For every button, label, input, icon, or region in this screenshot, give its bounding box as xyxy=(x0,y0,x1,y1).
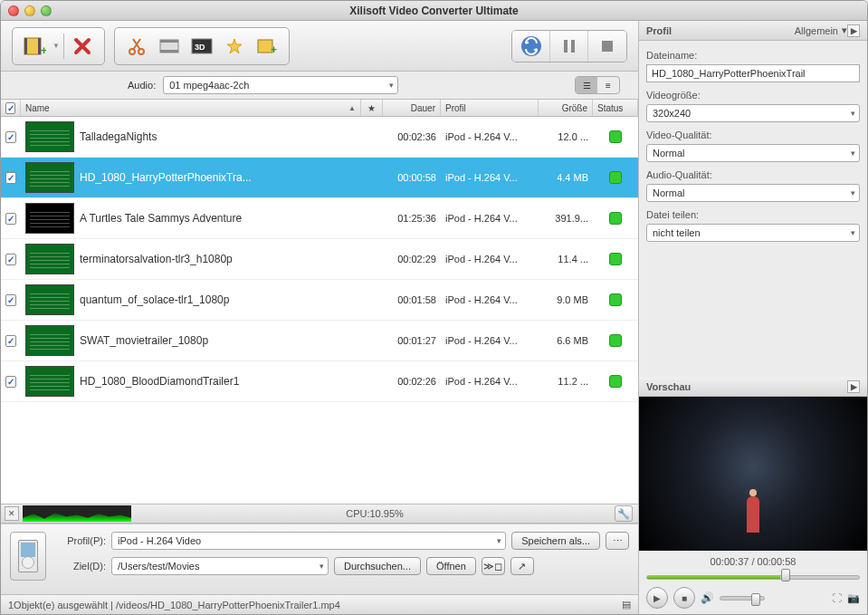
svg-point-13 xyxy=(521,36,541,56)
field-dateiname[interactable]: HD_1080_HarryPotterPhoenixTrail xyxy=(646,64,860,82)
audio-select[interactable]: 01 mpeg4aac-2ch xyxy=(163,76,398,94)
browse-button[interactable]: Durchsuchen... xyxy=(334,557,421,575)
play-button[interactable]: ▶ xyxy=(646,587,668,609)
svg-point-4 xyxy=(129,49,135,54)
row-checkbox[interactable]: ✓ xyxy=(5,335,16,347)
compact-view-button[interactable]: ≡ xyxy=(597,77,619,93)
label-videogroesse: Videogröße: xyxy=(646,90,860,101)
row-size: 391.9... xyxy=(539,213,593,224)
svg-rect-16 xyxy=(602,41,613,52)
upload-button[interactable]: ≫◻ xyxy=(482,557,505,575)
cpu-graph xyxy=(23,505,131,522)
row-duration: 00:01:58 xyxy=(383,294,441,305)
edit-button[interactable] xyxy=(155,34,184,59)
row-profile: iPod - H.264 V... xyxy=(441,131,539,142)
row-status xyxy=(609,212,622,225)
list-view-button[interactable]: ☰ xyxy=(576,77,597,93)
pause-button[interactable] xyxy=(550,31,588,62)
stop-button[interactable] xyxy=(588,31,626,62)
row-thumbnail xyxy=(25,203,74,234)
dest-select[interactable]: /Users/test/Movies xyxy=(111,557,329,575)
row-name: A Turtles Tale Sammys Adventure xyxy=(75,212,383,225)
select-videogroesse[interactable]: 320x240 xyxy=(646,104,860,122)
header-profile[interactable]: Profil xyxy=(441,100,539,116)
row-size: 9.0 MB xyxy=(539,294,593,305)
table-row[interactable]: ✓HD_1080_BloodDiamondTrailer100:02:26iPo… xyxy=(1,361,638,402)
status-text: 1Objekt(e) ausgewählt | /videos/HD_1080_… xyxy=(8,600,340,610)
snapshot-icon[interactable]: 📷 xyxy=(847,592,860,604)
table-row[interactable]: ✓A Turtles Tale Sammys Adventure01:25:36… xyxy=(1,198,638,239)
dest-label: Ziel(D): xyxy=(55,561,106,572)
row-status xyxy=(609,375,622,388)
row-duration: 00:02:29 xyxy=(383,254,441,264)
device-icon[interactable] xyxy=(10,532,46,581)
cpu-close-button[interactable]: ✕ xyxy=(5,506,19,521)
cut-button[interactable] xyxy=(122,34,151,59)
row-status xyxy=(609,334,622,347)
row-checkbox[interactable]: ✓ xyxy=(5,213,16,225)
header-check[interactable]: ✓ xyxy=(1,100,21,116)
preview-area xyxy=(639,397,867,551)
row-name: SWAT_movietrailer_1080p xyxy=(75,334,383,347)
label-dateiname: Dateiname: xyxy=(646,50,860,61)
row-duration: 00:02:36 xyxy=(383,131,441,142)
table-row[interactable]: ✓TalladegaNights00:02:36iPod - H.264 V..… xyxy=(1,117,638,158)
svg-rect-15 xyxy=(571,40,575,53)
profile-options-button[interactable]: ⋯ xyxy=(606,532,629,550)
export-button[interactable]: ↗ xyxy=(510,557,534,575)
table-row[interactable]: ✓terminatorsalvation-tlr3_h1080p00:02:29… xyxy=(1,239,638,280)
header-name[interactable]: Name xyxy=(21,100,361,116)
row-checkbox[interactable]: ✓ xyxy=(5,376,16,388)
row-name: terminatorsalvation-tlr3_h1080p xyxy=(75,253,383,265)
row-profile: iPod - H.264 V... xyxy=(441,254,539,264)
header-star[interactable]: ★ xyxy=(361,100,383,116)
table-header: ✓ Name ★ Dauer Profil Größe Status xyxy=(1,99,638,117)
row-checkbox[interactable]: ✓ xyxy=(5,172,16,184)
row-checkbox[interactable]: ✓ xyxy=(5,294,16,306)
toolbar: + ▼ 3D xyxy=(1,21,638,72)
convert-button[interactable] xyxy=(512,31,550,62)
header-status[interactable]: Status xyxy=(593,100,638,116)
select-audio-quality[interactable]: Normal xyxy=(646,184,860,202)
row-checkbox[interactable]: ✓ xyxy=(5,254,16,265)
report-icon[interactable]: ▤ xyxy=(622,599,631,610)
volume-icon: 🔊 xyxy=(701,591,714,604)
effects-button[interactable] xyxy=(220,34,249,59)
table-row[interactable]: ✓HD_1080_HarryPotterPhoenixTra...00:00:5… xyxy=(1,158,638,198)
table-row[interactable]: ✓quantum_of_solace-tlr1_1080p00:01:58iPo… xyxy=(1,280,638,321)
delete-button[interactable] xyxy=(68,34,97,59)
header-size[interactable]: Größe xyxy=(539,100,593,116)
side-tab-allgemein[interactable]: Allgemein▾ xyxy=(795,24,847,36)
settings-button[interactable]: 🔧 xyxy=(615,505,633,522)
row-name: HD_1080_BloodDiamondTrailer1 xyxy=(75,375,383,388)
label-video-quality: Video-Qualität: xyxy=(646,130,860,140)
open-button[interactable]: Öffnen xyxy=(426,557,476,575)
label-datei-teilen: Datei teilen: xyxy=(646,209,860,220)
add-file-button[interactable]: + xyxy=(20,34,49,59)
preview-slider[interactable] xyxy=(646,572,860,581)
titlebar: Xilisoft Video Converter Ultimate xyxy=(1,1,867,21)
row-profile: iPod - H.264 V... xyxy=(441,172,539,183)
save-as-button[interactable]: Speichern als... xyxy=(511,532,600,550)
side-collapse-button[interactable]: ▶ xyxy=(847,24,860,37)
row-thumbnail xyxy=(25,162,74,193)
row-profile: iPod - H.264 V... xyxy=(441,335,539,346)
select-video-quality[interactable]: Normal xyxy=(646,144,860,162)
svg-rect-14 xyxy=(564,40,568,53)
row-name: TalladegaNights xyxy=(75,130,383,143)
stop-preview-button[interactable]: ■ xyxy=(673,587,695,609)
3d-button[interactable]: 3D xyxy=(187,34,216,59)
select-datei-teilen[interactable]: nicht teilen xyxy=(646,224,860,242)
row-checkbox[interactable]: ✓ xyxy=(5,131,16,143)
row-duration: 00:00:58 xyxy=(383,172,441,183)
slider-thumb[interactable] xyxy=(781,569,790,581)
row-thumbnail xyxy=(25,325,74,356)
row-duration: 01:25:36 xyxy=(383,213,441,224)
header-duration[interactable]: Dauer xyxy=(383,100,441,116)
profile-select[interactable]: iPod - H.264 Video xyxy=(111,532,506,550)
table-row[interactable]: ✓SWAT_movietrailer_1080p00:01:27iPod - H… xyxy=(1,321,638,361)
fullscreen-icon[interactable]: ⛶ xyxy=(832,592,842,603)
add-output-button[interactable]: + xyxy=(253,34,281,59)
volume-slider[interactable] xyxy=(720,596,765,601)
preview-collapse-button[interactable]: ▶ xyxy=(847,380,860,393)
